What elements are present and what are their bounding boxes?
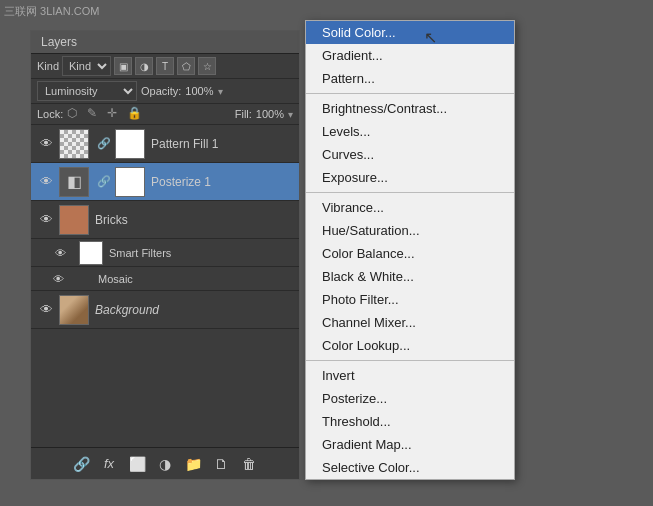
lock-position-icon[interactable]: ✛	[107, 106, 123, 122]
panel-bottom-toolbar: 🔗 fx ⬜ ◑ 📁 🗋 🗑	[31, 447, 299, 479]
layer-name-pattern-fill: Pattern Fill 1	[151, 137, 293, 151]
menu-section-color: Vibrance... Hue/Saturation... Color Bala…	[306, 196, 514, 357]
filter-kind-label: Kind	[37, 60, 59, 72]
eye-icon-mosaic[interactable]: 👁	[51, 272, 65, 286]
opacity-label: Opacity:	[141, 85, 181, 97]
layer-row-posterize[interactable]: 👁 ◧ 🔗 Posterize 1	[31, 163, 299, 201]
create-group-button[interactable]: 📁	[182, 453, 204, 475]
menu-item-exposure[interactable]: Exposure...	[306, 166, 514, 189]
layer-name-background: Background	[95, 303, 293, 317]
fill-label: Fill:	[235, 108, 252, 120]
chain-icon-pattern-fill: 🔗	[97, 137, 111, 151]
filter-row: Kind Kind ▣ ◑ T ⬠ ☆	[31, 54, 299, 79]
new-adjustment-layer-menu: Solid Color... Gradient... Pattern... Br…	[305, 20, 515, 480]
menu-section-fill: Solid Color... Gradient... Pattern...	[306, 21, 514, 90]
lock-fill-row: Lock: ⬡ ✎ ✛ 🔒 Fill: 100% ▾	[31, 104, 299, 125]
add-adjustment-button[interactable]: ◑	[154, 453, 176, 475]
lock-transparent-icon[interactable]: ⬡	[67, 106, 83, 122]
filter-adjust-icon[interactable]: ◑	[135, 57, 153, 75]
menu-item-black-white[interactable]: Black & White...	[306, 265, 514, 288]
layer-name-posterize: Posterize 1	[151, 175, 293, 189]
menu-item-posterize[interactable]: Posterize...	[306, 387, 514, 410]
layers-panel: Layers Kind Kind ▣ ◑ T ⬠ ☆ Luminosity Op…	[30, 30, 300, 480]
mask-thumb-smart-filters	[79, 241, 103, 265]
filter-smart-icon[interactable]: ☆	[198, 57, 216, 75]
menu-item-channel-mixer[interactable]: Channel Mixer...	[306, 311, 514, 334]
filter-type-icon[interactable]: T	[156, 57, 174, 75]
menu-item-gradient[interactable]: Gradient...	[306, 44, 514, 67]
layer-row-mosaic[interactable]: 👁 Mosaic	[31, 267, 299, 291]
filter-kind-select[interactable]: Kind	[62, 56, 111, 76]
menu-item-pattern[interactable]: Pattern...	[306, 67, 514, 90]
chain-icon-posterize: 🔗	[97, 175, 111, 189]
blend-mode-select[interactable]: Luminosity	[37, 81, 137, 101]
eye-icon-background[interactable]: 👁	[37, 301, 55, 319]
menu-section-special: Invert Posterize... Threshold... Gradien…	[306, 364, 514, 479]
layer-row-smart-filters[interactable]: 👁 Smart Filters	[31, 239, 299, 267]
fill-arrow-icon[interactable]: ▾	[288, 109, 293, 120]
add-mask-button[interactable]: ⬜	[126, 453, 148, 475]
layer-name-bricks: Bricks	[95, 213, 293, 227]
menu-item-vibrance[interactable]: Vibrance...	[306, 196, 514, 219]
layer-name-smart-filters: Smart Filters	[109, 247, 293, 259]
menu-item-threshold[interactable]: Threshold...	[306, 410, 514, 433]
menu-separator-3	[306, 360, 514, 361]
thumb-pattern-fill	[59, 129, 89, 159]
layers-list: 👁 🔗 Pattern Fill 1 👁 ◧ 🔗 Posterize 1 👁	[31, 125, 299, 329]
menu-item-brightness-contrast[interactable]: Brightness/Contrast...	[306, 97, 514, 120]
delete-layer-button[interactable]: 🗑	[238, 453, 260, 475]
opacity-arrow-icon[interactable]: ▾	[218, 86, 223, 97]
mask-thumb-posterize	[115, 167, 145, 197]
link-layers-button[interactable]: 🔗	[70, 453, 92, 475]
add-fx-button[interactable]: fx	[98, 453, 120, 475]
layers-tab-label: Layers	[41, 35, 77, 49]
lock-label: Lock:	[37, 108, 63, 120]
menu-item-color-lookup[interactable]: Color Lookup...	[306, 334, 514, 357]
thumb-bricks	[59, 205, 89, 235]
layer-row-pattern-fill[interactable]: 👁 🔗 Pattern Fill 1	[31, 125, 299, 163]
thumb-background	[59, 295, 89, 325]
mask-thumb-pattern-fill	[115, 129, 145, 159]
filter-shape-icon[interactable]: ⬠	[177, 57, 195, 75]
eye-icon-pattern-fill[interactable]: 👁	[37, 135, 55, 153]
menu-item-hue-saturation[interactable]: Hue/Saturation...	[306, 219, 514, 242]
menu-item-photo-filter[interactable]: Photo Filter...	[306, 288, 514, 311]
menu-item-color-balance[interactable]: Color Balance...	[306, 242, 514, 265]
menu-separator-2	[306, 192, 514, 193]
layer-name-mosaic: Mosaic	[68, 273, 293, 285]
filter-pixel-icon[interactable]: ▣	[114, 57, 132, 75]
menu-item-gradient-map[interactable]: Gradient Map...	[306, 433, 514, 456]
menu-item-selective-color[interactable]: Selective Color...	[306, 456, 514, 479]
eye-icon-posterize[interactable]: 👁	[37, 173, 55, 191]
eye-icon-smart-filters[interactable]: 👁	[51, 244, 69, 262]
menu-item-solid-color[interactable]: Solid Color...	[306, 21, 514, 44]
menu-separator-1	[306, 93, 514, 94]
panel-tab[interactable]: Layers	[31, 31, 299, 54]
lock-image-icon[interactable]: ✎	[87, 106, 103, 122]
opacity-value[interactable]: 100%	[185, 85, 213, 97]
menu-item-levels[interactable]: Levels...	[306, 120, 514, 143]
fill-value[interactable]: 100%	[256, 108, 284, 120]
layer-row-background[interactable]: 👁 Background	[31, 291, 299, 329]
watermark: 三联网 3LIAN.COM	[4, 4, 99, 19]
layer-row-bricks[interactable]: 👁 Bricks	[31, 201, 299, 239]
eye-icon-bricks[interactable]: 👁	[37, 211, 55, 229]
thumb-posterize: ◧	[59, 167, 89, 197]
lock-all-icon[interactable]: 🔒	[127, 106, 143, 122]
new-layer-button[interactable]: 🗋	[210, 453, 232, 475]
menu-section-tonal: Brightness/Contrast... Levels... Curves.…	[306, 97, 514, 189]
menu-item-invert[interactable]: Invert	[306, 364, 514, 387]
menu-item-curves[interactable]: Curves...	[306, 143, 514, 166]
